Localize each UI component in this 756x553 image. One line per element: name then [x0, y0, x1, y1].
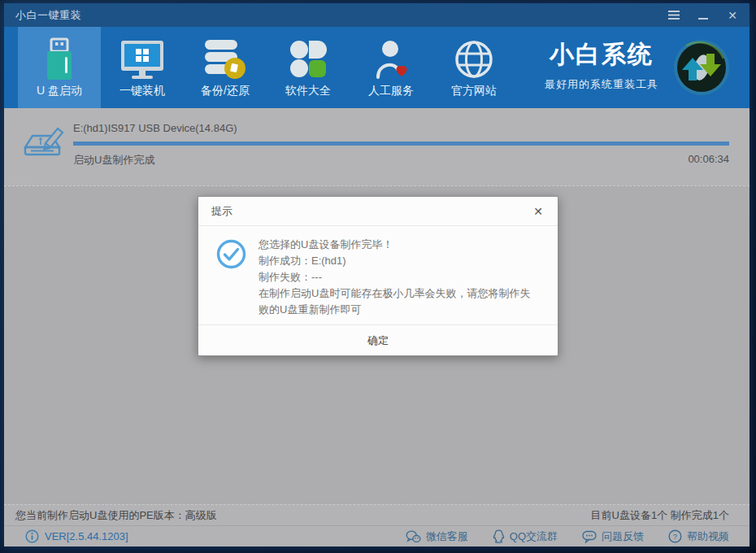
- dialog-footer: 确定: [198, 324, 558, 355]
- window-controls: ✕: [665, 7, 741, 24]
- ok-button[interactable]: 确定: [343, 330, 413, 351]
- app-window: 小白一键重装 ✕: [4, 3, 749, 546]
- tab-label: 备份/还原: [201, 84, 250, 98]
- close-icon[interactable]: ✕: [723, 7, 741, 24]
- refresh-logo-icon: [671, 37, 732, 98]
- wechat-icon: [406, 530, 421, 543]
- version-info[interactable]: VER[2.5.44.1203]: [25, 529, 128, 543]
- dialog-header: 提示 ✕: [198, 197, 558, 226]
- footer-links: 微信客服 QQ交流群 问题反馈: [406, 529, 729, 544]
- tab-label: 人工服务: [368, 84, 414, 98]
- feedback-bubble-icon: [582, 530, 597, 543]
- wechat-support-link[interactable]: 微信客服: [406, 529, 468, 544]
- qq-group-link[interactable]: QQ交流群: [493, 529, 558, 544]
- tab-official-website[interactable]: 官方网站: [432, 27, 515, 108]
- alert-dialog: 提示 ✕ 您选择的U盘设备制作完毕！ 制作成功：E:(hd1) 制作失败：---: [198, 196, 558, 356]
- usb-drive-icon: [42, 35, 76, 84]
- dialog-title: 提示: [211, 204, 232, 219]
- tab-software-collection[interactable]: 软件大全: [267, 27, 350, 108]
- device-count-text: 目前U盘设备1个 制作完成1个: [591, 508, 729, 523]
- globe-icon: [454, 35, 494, 84]
- success-check-icon: [216, 237, 259, 324]
- brand-tagline: 最好用的系统重装工具: [545, 77, 658, 92]
- window-title: 小白一键重装: [15, 8, 81, 23]
- tab-usb-boot[interactable]: U 盘启动: [18, 27, 101, 108]
- brand-block: 小白系统 最好用的系统重装工具: [545, 27, 658, 108]
- monitor-windows-icon: [119, 35, 165, 84]
- dialog-line: 在制作启动U盘时可能存在极小几率会失败，请您将制作失败的U盘重新制作即可: [259, 285, 535, 318]
- elapsed-time: 00:06:34: [688, 153, 729, 168]
- help-circle-icon: ?: [668, 529, 682, 543]
- tab-one-click-install[interactable]: 一键装机: [101, 27, 184, 108]
- progress-status-text: 启动U盘制作完成: [73, 153, 154, 168]
- dialog-close-icon[interactable]: ✕: [530, 205, 546, 218]
- footer-link-label: QQ交流群: [510, 529, 558, 544]
- footer-link-label: 问题反馈: [602, 529, 644, 544]
- tab-label: U 盘启动: [37, 84, 82, 98]
- drive-write-icon: [24, 121, 64, 166]
- tab-label: 软件大全: [285, 84, 331, 98]
- svg-text:?: ?: [673, 532, 677, 541]
- content-area: 提示 ✕ 您选择的U盘设备制作完毕！ 制作成功：E:(hd1) 制作失败：---: [4, 185, 749, 504]
- footer-link-label: 微信客服: [426, 529, 468, 544]
- menu-icon[interactable]: [665, 7, 683, 24]
- minimize-icon[interactable]: [694, 7, 712, 24]
- progress-bar-fill: [73, 142, 729, 146]
- dialog-message: 您选择的U盘设备制作完毕！ 制作成功：E:(hd1) 制作失败：--- 在制作启…: [259, 237, 535, 324]
- dialog-body: 您选择的U盘设备制作完毕！ 制作成功：E:(hd1) 制作失败：--- 在制作启…: [198, 226, 558, 324]
- desktop-background: 小白一键重装 ✕: [0, 0, 756, 553]
- qq-icon: [493, 529, 505, 543]
- tab-label: 一键装机: [119, 84, 165, 98]
- tab-label: 官方网站: [451, 84, 497, 98]
- feedback-link[interactable]: 问题反馈: [582, 529, 644, 544]
- footer-bar: VER[2.5.44.1203] 微信客服 QQ交流群: [4, 525, 749, 546]
- status-bar: 您当前制作启动U盘使用的PE版本：高级版 目前U盘设备1个 制作完成1个: [4, 504, 749, 525]
- version-text: VER[2.5.44.1203]: [45, 530, 128, 542]
- customer-service-icon: [373, 35, 409, 84]
- dialog-line: 制作失败：---: [259, 269, 535, 285]
- info-icon: [25, 529, 39, 543]
- app-logo: [658, 27, 749, 108]
- help-video-link[interactable]: ? 帮助视频: [668, 529, 729, 544]
- nav-bar: U 盘启动 一键装机: [4, 27, 749, 108]
- software-clover-icon: [288, 35, 328, 84]
- progress-bar: [73, 142, 729, 146]
- pe-version-text: 您当前制作启动U盘使用的PE版本：高级版: [15, 508, 217, 523]
- usb-device-label: E:(hd1)IS917 USB Device(14.84G): [73, 122, 729, 134]
- dialog-line: 您选择的U盘设备制作完毕！: [259, 237, 535, 253]
- footer-link-label: 帮助视频: [687, 529, 729, 544]
- brand-name: 小白系统: [550, 38, 654, 72]
- dialog-line: 制作成功：E:(hd1): [259, 253, 535, 269]
- usb-progress-panel: E:(hd1)IS917 USB Device(14.84G) 启动U盘制作完成…: [4, 108, 749, 185]
- tab-customer-service[interactable]: 人工服务: [350, 27, 432, 108]
- title-bar: 小白一键重装 ✕: [4, 3, 749, 27]
- database-backup-icon: [203, 35, 247, 84]
- tab-backup-restore[interactable]: 备份/还原: [184, 27, 267, 108]
